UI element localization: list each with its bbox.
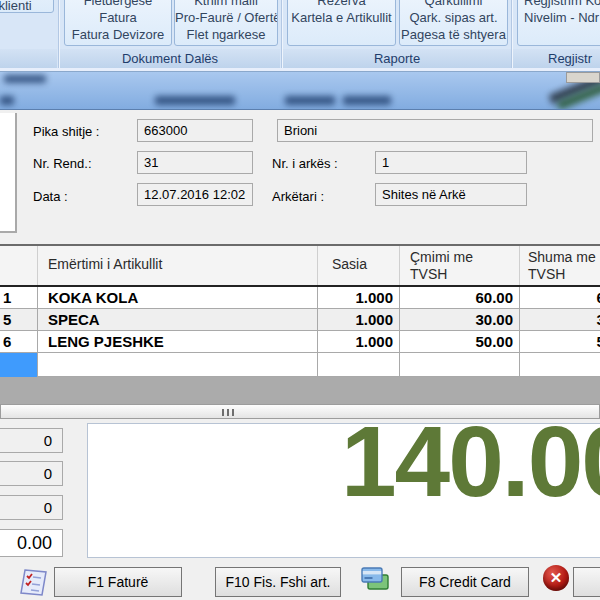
cell-empty xyxy=(38,353,318,377)
side-value-field-3[interactable]: 0 xyxy=(0,495,63,520)
ribbon-line: Fatura xyxy=(65,9,171,26)
header-cell-shuma[interactable]: Shuma me TVSH xyxy=(520,246,600,285)
ribbon-line: Nivelim - Ndr xyxy=(524,9,600,26)
arketari-label: Arkëtari : xyxy=(272,189,324,204)
ribbon-toolbar: ga klienti Fletdërgese Fatura Fatura Dev… xyxy=(0,0,600,71)
data-field[interactable]: 12.07.2016 12:02 xyxy=(137,183,253,206)
splitter-grip-icon xyxy=(227,409,229,416)
group-separator xyxy=(511,0,512,68)
ribbon-line: Flet ngarkese xyxy=(175,26,277,43)
splitter-bar[interactable] xyxy=(0,404,600,419)
pika-shitje-label: Pika shitje : xyxy=(33,124,99,139)
header-cell-cmimi[interactable]: Çmimi me TVSH xyxy=(400,246,520,285)
header-cell-sasia[interactable]: Sasia xyxy=(318,246,400,285)
splitter-grip-icon xyxy=(232,409,234,416)
ribbon-group-regjistrime: Regjistr xyxy=(513,49,600,68)
ribbon-line xyxy=(288,26,395,43)
side-value-field-2[interactable]: 0 xyxy=(0,461,63,486)
cell-empty xyxy=(520,353,600,377)
table-row[interactable]: 6 LENG PJESHKE 1.000 50.00 50.00 xyxy=(0,331,600,353)
blurred-text xyxy=(4,75,46,83)
blurred-text xyxy=(155,96,235,105)
cell-cmimi: 60.00 xyxy=(400,287,520,309)
cell-cmimi: 50.00 xyxy=(400,331,520,353)
total-display: 140.00 xyxy=(87,423,600,558)
cell-sasia: 1.000 xyxy=(318,287,400,309)
ribbon-line: Pagesa të shtyera xyxy=(400,26,507,43)
cell-empty xyxy=(400,353,520,377)
ribbon-line: Fletdërgese xyxy=(65,0,171,9)
ribbon-button-fatura[interactable]: Fletdërgese Fatura Fatura Devizore xyxy=(64,0,172,46)
cell-name: KOKA KOLA xyxy=(38,287,318,309)
table-header: Emërtimi i Artikullit Sasia Çmimi me TVS… xyxy=(0,246,600,287)
grand-total-value: 140.00 xyxy=(341,423,600,511)
credit-card-icon xyxy=(361,565,389,593)
cell-shuma: 60.00 xyxy=(520,287,600,309)
cell-sasia: 1.000 xyxy=(318,309,400,331)
ribbon-button-pagesa-nga-klienti[interactable]: ga klienti xyxy=(0,0,54,13)
table-row[interactable]: 1 KOKA KOLA 1.000 60.00 60.00 xyxy=(0,287,600,309)
data-label: Data : xyxy=(33,189,68,204)
ribbon-button-pro-faure[interactable]: Kthim malli Pro-Faurë / Ofertë Flet ngar… xyxy=(174,0,278,46)
selected-cell[interactable] xyxy=(0,353,38,377)
group-separator xyxy=(281,0,282,68)
header-corner-box xyxy=(566,72,600,83)
side-value-field-1[interactable]: 0 xyxy=(0,428,63,453)
ribbon-line: Qark. sipas art. xyxy=(400,9,507,26)
nr-arkes-field[interactable]: 1 xyxy=(375,151,527,174)
pos-window: ga klienti Fletdërgese Fatura Fatura Dev… xyxy=(0,0,600,600)
ribbon-line: Regjistrim Ko xyxy=(524,0,600,9)
ribbon-group-raporte: Raporte xyxy=(283,49,511,68)
header-cell-code[interactable] xyxy=(0,246,38,285)
document-header-blurred xyxy=(0,71,600,110)
pika-shitje-field[interactable]: 663000 xyxy=(137,119,253,142)
nr-rend-field[interactable]: 31 xyxy=(137,151,253,174)
splitter-grip-icon xyxy=(222,409,224,416)
delete-close-icon[interactable]: ✕ xyxy=(543,565,569,591)
partial-button-right[interactable] xyxy=(573,567,600,597)
ribbon-line: Fatura Devizore xyxy=(65,26,171,43)
ribbon-line xyxy=(524,26,600,43)
nr-rend-label: Nr. Rend.: xyxy=(33,156,92,171)
blurred-text xyxy=(285,96,335,105)
arketari-field[interactable]: Shites në Arkë xyxy=(375,183,527,206)
cell-name: LENG PJESHKE xyxy=(38,331,318,353)
f1-fature-button[interactable]: F1 Faturë xyxy=(54,567,182,597)
cell-name: SPECA xyxy=(38,309,318,331)
header-cell-name[interactable]: Emërtimi i Artikullit xyxy=(38,246,318,285)
ribbon-group-dokument-dales: Dokument Dalës xyxy=(60,49,280,68)
ribbon-group-label: Raporte xyxy=(374,51,420,66)
ribbon-line: Kthim malli xyxy=(175,0,277,9)
cell-code: 5 xyxy=(0,309,38,331)
blurred-text xyxy=(343,96,391,105)
cell-empty xyxy=(318,353,400,377)
cell-code: 6 xyxy=(0,331,38,353)
side-value-field-4[interactable]: 0.00 xyxy=(0,529,63,557)
ribbon-button-nivelim[interactable]: Regjistrim Ko Nivelim - Ndr xyxy=(517,0,600,46)
cell-cmimi: 30.00 xyxy=(400,309,520,331)
table-row-empty[interactable] xyxy=(0,353,600,377)
ribbon-line: Qarkullimi xyxy=(400,0,507,9)
ribbon-line: Rezerva xyxy=(288,0,395,9)
ribbon-button-kartela-artikullit[interactable]: Rezerva Kartela e Artikullit xyxy=(287,0,396,46)
cell-code: 1 xyxy=(0,287,38,309)
cell-shuma: 30.00 xyxy=(520,309,600,331)
grid-background xyxy=(0,377,600,404)
cell-sasia: 1.000 xyxy=(318,331,400,353)
group-separator xyxy=(58,0,59,68)
cell-shuma: 50.00 xyxy=(520,331,600,353)
ribbon-button-label: ga klienti xyxy=(0,0,53,14)
left-list-panel xyxy=(0,113,17,233)
f10-fshi-art-button[interactable]: F10 Fis. Fshi art. xyxy=(215,567,341,597)
f8-credit-card-button[interactable]: F8 Credit Card xyxy=(401,567,529,597)
blurred-text xyxy=(0,96,14,105)
ribbon-line: Kartela e Artikullit xyxy=(288,9,395,26)
table-row[interactable]: 5 SPECA 1.000 30.00 30.00 xyxy=(0,309,600,331)
nr-arkes-label: Nr. i arkës : xyxy=(272,156,338,171)
ribbon-button-qarkullimi[interactable]: Qarkullimi Qark. sipas art. Pagesa të sh… xyxy=(399,0,508,46)
ribbon-line: Pro-Faurë / Ofertë xyxy=(175,9,277,26)
notes-checklist-icon xyxy=(20,567,48,597)
pika-shitje-name-field[interactable]: Brioni xyxy=(277,119,593,142)
ribbon-group-label: Dokument Dalës xyxy=(122,51,218,66)
ribbon-group-label: Regjistr xyxy=(548,51,592,66)
